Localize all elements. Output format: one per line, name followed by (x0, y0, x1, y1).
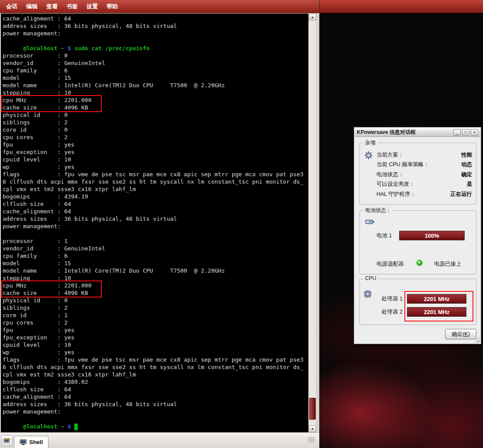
close-button[interactable]: × (471, 129, 478, 136)
prompt-user-redacted (3, 45, 23, 51)
dialog-title: KPowersave 信息对话框 (357, 129, 452, 136)
group-cpu: CPU 处理器 12201 MHz处理器 22201 MHz (359, 279, 476, 325)
terminal-menubar: 会话编辑查看书签设置帮助 (0, 0, 319, 13)
group-misc: 杂项 当前方案：性能当前 CPU 频率策略：动态电池状态：确定可以设定亮度：是H… (359, 143, 476, 205)
terminal-line: clflush size : 64 (3, 200, 304, 208)
terminal-line: cpu MHz : 2201.000 (3, 96, 304, 104)
scroll-up-button[interactable]: ▲ (309, 14, 316, 21)
battery-row: 电池 1 100% (376, 231, 465, 240)
menu-item-settings[interactable]: 设置 (82, 0, 102, 13)
dialog-titlebar[interactable]: KPowersave 信息对话框 _□× (355, 128, 480, 137)
info-label: 可以设定亮度： (376, 181, 415, 188)
video-titlebar (320, 0, 483, 13)
terminal-scrollbar[interactable]: ▲ ▼ (308, 14, 316, 432)
ok-button[interactable]: 确定(K) (445, 329, 476, 339)
terminal-line (3, 230, 304, 237)
prompt-symbol: $ (68, 423, 75, 430)
cpu-row-processor-1: 处理器 12201 MHz (382, 292, 466, 305)
cpu-frequency-value: 2201 MHz (407, 294, 466, 303)
desktop: 会话编辑查看书签设置帮助 cache_alignment : 64address… (0, 0, 483, 448)
info-row-brightness: 可以设定亮度：是 (376, 180, 472, 190)
terminal-line: cache size : 4096 KB (3, 104, 304, 111)
cpu-frequency-bar: 2201 MHz (407, 294, 466, 304)
group-battery: 电池状态： 电池 1 100% 电源适配器 电源已接上 (359, 210, 476, 274)
terminal-line: address sizes : 36 bits physical, 48 bit… (3, 400, 304, 408)
group-battery-title: 电池状态： (363, 207, 393, 214)
terminal-line: cpl vmx est tm2 ssse3 cx16 xtpr lahf_lm (3, 371, 304, 378)
menu-item-edit[interactable]: 编辑 (22, 0, 42, 13)
maximize-button[interactable]: □ (462, 129, 469, 136)
terminal-line: wp : yes (3, 349, 304, 356)
cpu-frequency-value: 2201 MHz (407, 308, 466, 316)
terminal-line: cache_alignment : 64 (3, 15, 304, 22)
menu-item-help[interactable]: 帮助 (102, 0, 122, 13)
ok-label-prefix: 确定( (452, 331, 464, 337)
terminal-line: flags : fpu vme de pse tsc msr pae mce c… (3, 171, 304, 178)
terminal-line: wp : yes (3, 163, 304, 171)
menu-item-bookmarks[interactable]: 书签 (62, 0, 82, 13)
konsole-window: 会话编辑查看书签设置帮助 cache_alignment : 64address… (0, 0, 319, 448)
terminal-screen[interactable]: cache_alignment : 64address sizes : 36 b… (1, 14, 308, 432)
kpowersave-dialog: KPowersave 信息对话框 _□× 杂项 当前方案：性能当前 CPU 频率… (354, 127, 481, 344)
info-value: 正在运行 (450, 191, 472, 198)
terminal-output: cache_alignment : 64address sizes : 36 b… (3, 15, 304, 430)
terminal-line: bogomips : 4389.02 (3, 378, 304, 386)
terminal-line: cpu family : 6 (3, 67, 304, 74)
terminal-line: fpu : yes (3, 326, 304, 334)
terminal-line: siblings : 2 (3, 304, 304, 311)
processor-label: 处理器 1 (382, 295, 407, 303)
terminal-line: model : 15 (3, 74, 304, 82)
ok-label-suffix: ) (468, 331, 470, 337)
terminal-line: cache_alignment : 64 (3, 393, 304, 400)
cpu-row-processor-2: 处理器 22201 MHz (382, 305, 466, 318)
info-value: 动态 (461, 161, 472, 168)
terminal-line: @localhost ~ $ (3, 423, 304, 430)
terminal-line: model name : Intel(R) Core(TM)2 Duo CPU … (3, 267, 304, 274)
new-session-button[interactable] (1, 435, 13, 446)
terminal-line: processor : 1 (3, 237, 304, 245)
terminal-line: address sizes : 36 bits physical, 48 bit… (3, 215, 304, 222)
terminal-tabbar: Shell (0, 432, 319, 448)
group-cpu-title: CPU (363, 275, 378, 281)
terminal-line: 6 clflush dts acpi mmx fxsr sse sse2 ss … (3, 178, 304, 185)
terminal-line: cpu cores : 2 (3, 133, 304, 141)
battery-percent: 100% (400, 231, 464, 240)
terminal-line: fpu : yes (3, 141, 304, 148)
new-session-icon (3, 438, 11, 444)
menu-item-view[interactable]: 查看 (42, 0, 62, 13)
cpu-frequency-bar: 2201 MHz (407, 307, 466, 317)
menu-item-session[interactable]: 会话 (2, 0, 22, 13)
scrollbar-thumb[interactable] (309, 398, 316, 420)
session-list-button[interactable] (308, 437, 315, 445)
minimize-button[interactable]: _ (453, 129, 461, 136)
session-list-icon (308, 437, 315, 443)
info-label: 当前 CPU 频率策略： (376, 161, 429, 168)
scroll-down-button[interactable]: ▼ (309, 425, 316, 432)
cpu-frequency-list: 处理器 12201 MHz处理器 22201 MHz (382, 292, 466, 318)
terminal-line: fpu_exception : yes (3, 334, 304, 341)
terminal-line: core id : 1 (3, 311, 304, 319)
ok-accel: K (464, 331, 468, 337)
info-row-battery-state: 电池状态：确定 (376, 170, 472, 180)
info-row-hal-daemon: HAL 守护程序：正在运行 (376, 189, 472, 199)
terminal-line: flags : fpu vme de pse tsc msr pae mce c… (3, 356, 304, 363)
terminal-line: model name : Intel(R) Core(TM)2 Duo CPU … (3, 82, 304, 89)
info-label: HAL 守护程序： (376, 191, 416, 198)
terminal-line: vendor_id : GenuineIntel (3, 245, 304, 252)
terminal-line: physical id : 0 (3, 111, 304, 119)
terminal-line: fpu_exception : yes (3, 148, 304, 156)
terminal-line: cpu cores : 2 (3, 319, 304, 326)
prompt-host: @localhost ~ (23, 45, 68, 51)
info-label: 电池状态： (376, 171, 404, 178)
adapter-status: 电源已接上 (434, 260, 462, 268)
terminal-monitor-icon (20, 439, 27, 445)
group-misc-title: 杂项 (363, 139, 377, 147)
info-label: 当前方案： (376, 151, 404, 159)
terminal-line: stepping : 10 (3, 274, 304, 282)
terminal-line: stepping : 10 (3, 89, 304, 96)
battery-progressbar: 100% (399, 231, 465, 240)
terminal-line: vendor_id : GenuineIntel (3, 59, 304, 67)
gear-icon (364, 151, 373, 161)
terminal-line: cache_alignment : 64 (3, 208, 304, 215)
tab-shell[interactable]: Shell (14, 436, 48, 448)
